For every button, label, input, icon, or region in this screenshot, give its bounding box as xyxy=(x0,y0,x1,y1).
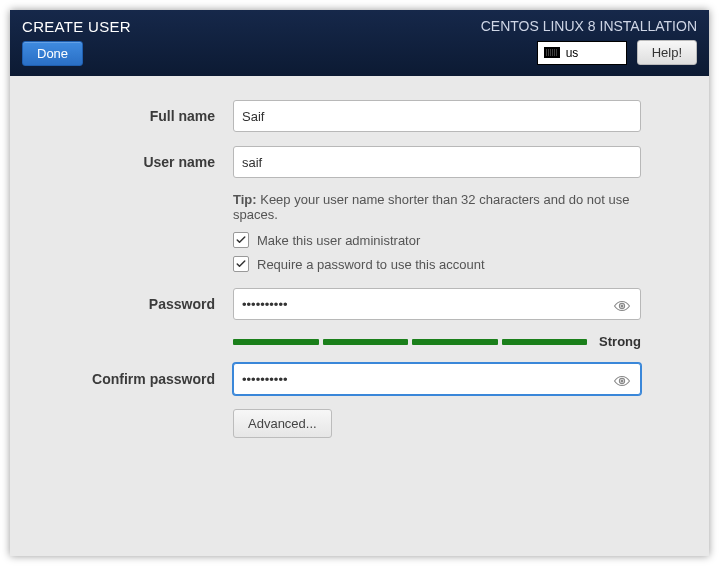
svg-point-1 xyxy=(621,380,624,383)
installer-subtitle: CENTOS LINUX 8 INSTALLATION xyxy=(481,18,697,34)
user-name-input[interactable] xyxy=(233,146,641,178)
keyboard-icon xyxy=(544,47,560,58)
top-bar: CREATE USER Done CENTOS LINUX 8 INSTALLA… xyxy=(10,10,709,76)
done-button[interactable]: Done xyxy=(22,41,83,66)
username-tip: Tip: Keep your user name shorter than 32… xyxy=(233,192,641,222)
reveal-confirm-password-icon[interactable] xyxy=(613,373,631,385)
confirm-password-input[interactable] xyxy=(233,363,641,395)
password-input[interactable] xyxy=(233,288,641,320)
confirm-password-label: Confirm password xyxy=(40,371,215,387)
full-name-input[interactable] xyxy=(233,100,641,132)
advanced-button[interactable]: Advanced... xyxy=(233,409,332,438)
form-content: Full name User name Tip: Keep your user … xyxy=(10,76,709,556)
reveal-password-icon[interactable] xyxy=(613,298,631,310)
admin-checkbox-label: Make this user administrator xyxy=(257,233,420,248)
user-name-label: User name xyxy=(40,154,215,170)
keyboard-layout-indicator[interactable]: us xyxy=(537,41,627,65)
page-title: CREATE USER xyxy=(22,18,131,35)
help-button[interactable]: Help! xyxy=(637,40,697,65)
require-password-checkbox[interactable] xyxy=(233,256,249,272)
check-icon xyxy=(235,234,247,246)
password-label: Password xyxy=(40,296,215,312)
full-name-label: Full name xyxy=(40,108,215,124)
installer-window: CREATE USER Done CENTOS LINUX 8 INSTALLA… xyxy=(10,10,709,556)
svg-point-0 xyxy=(621,305,624,308)
admin-checkbox[interactable] xyxy=(233,232,249,248)
tip-text: Keep your user name shorter than 32 char… xyxy=(233,192,630,222)
keyboard-layout-label: us xyxy=(566,46,579,60)
password-strength-meter xyxy=(233,339,587,345)
tip-prefix: Tip: xyxy=(233,192,257,207)
password-strength-label: Strong xyxy=(593,334,641,349)
check-icon xyxy=(235,258,247,270)
require-password-checkbox-label: Require a password to use this account xyxy=(257,257,485,272)
